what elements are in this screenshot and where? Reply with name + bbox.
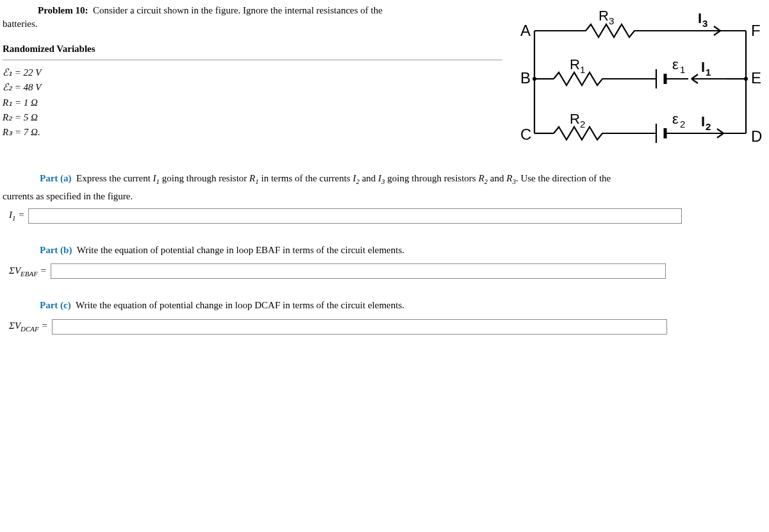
part-c-text: Write the equation of potential change i… [76, 300, 404, 310]
svg-text:2: 2 [680, 119, 685, 129]
part-c-input[interactable] [52, 319, 667, 335]
part-a-answer-label: I1 = [3, 210, 28, 222]
i3-label: I [698, 10, 702, 26]
i1-label: I [701, 59, 705, 75]
node-e-label: E [751, 69, 761, 87]
var-r1: R₁ = 1 Ω [3, 96, 502, 110]
problem-number: Problem 10: [38, 5, 88, 15]
part-b-answer-label: ΣVEBAF = [3, 265, 51, 278]
part-b: Part (b) Write the equation of potential… [3, 243, 766, 258]
svg-text:3: 3 [609, 15, 614, 26]
e2-label: ε [672, 111, 679, 127]
svg-point-5 [744, 77, 748, 81]
problem-text-2: batteries. [3, 19, 502, 29]
problem-statement: Problem 10: Consider a circuit shown in … [3, 5, 502, 16]
var-e2: ℰ₂ = 48 V [3, 80, 502, 95]
problem-text-1: Consider a circuit shown in the figure. … [93, 5, 383, 15]
var-r3: R₃ = 7 Ω. [3, 125, 502, 140]
var-e1: ℰ₁ = 22 V [3, 65, 502, 80]
part-b-text: Write the equation of potential change i… [77, 245, 404, 255]
r1-label: R [570, 56, 580, 72]
node-f-label: F [751, 22, 761, 39]
node-c-label: C [520, 126, 531, 143]
r2-label: R [570, 111, 580, 127]
part-c-answer-label: ΣVDCAF = [3, 320, 52, 333]
randomized-variables-heading: Randomized Variables [3, 44, 502, 54]
part-a-text: Express the current I1 going through res… [76, 173, 611, 183]
divider [3, 60, 502, 60]
svg-text:1: 1 [580, 64, 585, 75]
svg-text:1: 1 [680, 64, 685, 75]
part-a: Part (a) Express the current I1 going th… [3, 171, 766, 187]
circuit-figure: A B C F E D R3 R1 R2 ε1 ε2 I3 I1 I2 [509, 5, 765, 152]
part-c: Part (c) Write the equation of potential… [3, 298, 766, 313]
node-b-label: B [520, 69, 531, 87]
node-a-label: A [520, 22, 531, 39]
svg-text:3: 3 [702, 18, 707, 29]
svg-text:1: 1 [706, 67, 711, 78]
svg-text:2: 2 [580, 119, 585, 129]
part-a-label: Part (a) [40, 173, 72, 183]
part-a-input[interactable] [28, 208, 682, 224]
part-b-input[interactable] [51, 263, 666, 279]
svg-text:2: 2 [706, 121, 711, 132]
r3-label: R [599, 8, 609, 24]
node-d-label: D [751, 128, 762, 145]
part-a-text-cont: currents as specified in the figure. [3, 191, 766, 202]
var-r2: R₂ = 5 Ω [3, 110, 502, 125]
part-b-label: Part (b) [40, 245, 72, 255]
i2-label: I [701, 113, 705, 129]
variables-list: ℰ₁ = 22 V ℰ₂ = 48 V R₁ = 1 Ω R₂ = 5 Ω R₃… [3, 65, 502, 140]
part-c-label: Part (c) [40, 300, 71, 310]
e1-label: ε [672, 56, 679, 72]
svg-point-4 [533, 77, 536, 81]
